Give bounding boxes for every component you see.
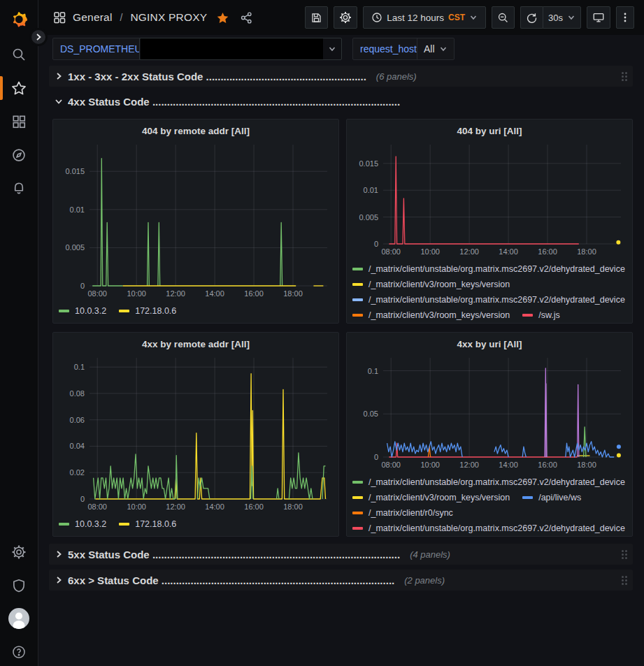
sidebar-item-search[interactable] (5, 41, 33, 68)
panel-title[interactable]: 4xx by uri [All] (352, 336, 627, 352)
grafana-logo[interactable] (5, 5, 33, 33)
legend-swatch (59, 523, 69, 526)
svg-text:08:00: 08:00 (87, 289, 107, 298)
row-title: 4xx Status Code ........................… (68, 96, 400, 108)
sidebar-item-alerting[interactable] (5, 175, 33, 203)
breadcrumb-folder[interactable]: General (73, 11, 113, 24)
shield-icon (11, 578, 27, 593)
svg-text:0.1: 0.1 (74, 363, 85, 371)
row-header-4xx[interactable]: 4xx Status Code ........................… (49, 92, 633, 110)
panel-title[interactable]: 404 by uri [All] (352, 123, 627, 139)
legend-item[interactable]: 10.0.3.2 (59, 303, 106, 319)
panel-4xx-by-uri: 4xx by uri [All] 08:0010:0012:0014:0016:… (346, 332, 633, 537)
timeseries-chart[interactable]: 08:0010:0012:0014:0016:0018:0000.050.1 (352, 352, 627, 472)
svg-text:16:00: 16:00 (244, 502, 264, 511)
time-range-picker[interactable]: Last 12 hours CST (363, 6, 486, 29)
svg-text:0.04: 0.04 (70, 442, 85, 450)
legend-item[interactable]: /_matrix/client/unstable/org.matrix.msc2… (352, 292, 625, 307)
legend-swatch (352, 268, 363, 270)
legend-item[interactable]: /_matrix/client/unstable/org.matrix.msc2… (352, 521, 625, 533)
variable-select-request-host[interactable]: All (417, 38, 455, 60)
legend-label: /_matrix/client/unstable/org.matrix.msc2… (368, 264, 625, 274)
panel-legend: 10.0.3.2172.18.0.6 (59, 303, 333, 319)
legend-item[interactable]: /_matrix/client/v3/room_keys/version (352, 490, 510, 505)
variable-select-ds-prometheus[interactable] (139, 38, 342, 60)
svg-text:0.02: 0.02 (70, 468, 85, 477)
favorite-star-icon[interactable] (216, 11, 229, 24)
legend-item[interactable]: 172.18.0.6 (119, 303, 176, 319)
panel-title[interactable]: 4xx by remote addr [All] (59, 336, 333, 352)
save-dashboard-button[interactable] (305, 6, 328, 29)
legend-item[interactable]: /_matrix/client/v3/room_keys/version (352, 307, 510, 320)
timeseries-chart[interactable]: 08:0010:0012:0014:0016:0018:0000.0050.01… (59, 139, 333, 301)
legend-item[interactable]: /_matrix/client/r0/sync (352, 505, 453, 521)
legend-label: /_matrix/client/unstable/org.matrix.msc2… (368, 523, 625, 533)
sidebar-expand-button[interactable] (29, 28, 48, 46)
legend-item[interactable]: /api/live/ws (522, 490, 581, 505)
kebab-menu-button[interactable] (616, 6, 634, 29)
legend-swatch (352, 298, 363, 301)
svg-text:0.1: 0.1 (368, 367, 378, 375)
timeseries-chart[interactable]: 08:0010:0012:0014:0016:0018:0000.020.040… (59, 352, 333, 514)
star-outline-icon (11, 80, 27, 96)
row-drag-handle[interactable] (622, 72, 627, 81)
chevron-down-icon (55, 97, 63, 106)
svg-text:12:00: 12:00 (166, 289, 185, 298)
search-icon (11, 47, 27, 62)
refresh-button[interactable] (520, 6, 543, 29)
legend-label: /_matrix/client/unstable/org.matrix.msc2… (368, 295, 625, 305)
sidebar-item-starred[interactable] (5, 74, 33, 102)
chevron-right-icon (55, 72, 63, 80)
row-header-6xx[interactable]: 6xx > Status Code ......................… (49, 570, 633, 591)
share-icon[interactable] (240, 11, 253, 24)
sidebar-item-explore[interactable] (5, 141, 33, 169)
row-header-5xx[interactable]: 5xx Status Code ........................… (49, 544, 633, 565)
svg-text:08:00: 08:00 (381, 461, 401, 469)
row-title: 5xx Status Code ........................… (68, 549, 400, 560)
time-range-label: Last 12 hours (387, 13, 444, 23)
legend-swatch (352, 314, 363, 317)
panel-404-by-remote-addr: 404 by remote addr [All] 08:0010:0012:00… (52, 119, 339, 324)
row-drag-handle[interactable] (622, 550, 627, 559)
top-navbar: General / NGINX PROXY Last 12 hours CST (0, 0, 644, 35)
row-panel-count: (2 panels) (404, 575, 445, 586)
row-header-1xx-3xx-2xx[interactable]: 1xx - 3xx - 2xx Status Code ............… (49, 66, 633, 87)
sidebar-item-help[interactable] (5, 638, 33, 666)
svg-text:14:00: 14:00 (499, 461, 518, 469)
avatar (8, 608, 29, 629)
svg-text:10:00: 10:00 (420, 247, 440, 256)
legend-swatch (522, 496, 533, 499)
variable-label-request-host: request_host (352, 38, 424, 60)
svg-text:0.015: 0.015 (65, 167, 85, 175)
svg-text:18:00: 18:00 (283, 289, 303, 298)
sidebar-item-configuration[interactable] (5, 538, 33, 566)
panel-title[interactable]: 404 by remote addr [All] (59, 123, 333, 139)
legend-label: /_matrix/client/v3/room_keys/version (368, 280, 510, 289)
panel-404-by-uri: 404 by uri [All] 08:0010:0012:0014:0016:… (346, 119, 633, 324)
svg-text:10:00: 10:00 (420, 461, 440, 469)
sidebar-item-dashboards[interactable] (5, 108, 33, 136)
legend-item[interactable]: /sw.js (522, 307, 560, 320)
timeseries-chart[interactable]: 08:0010:0012:0014:0016:0018:0000.0050.01… (352, 139, 627, 259)
refresh-interval-picker[interactable]: 30s (543, 6, 581, 29)
dashboard-settings-button[interactable] (334, 6, 357, 29)
gear-icon (11, 544, 27, 560)
magnifier-minus-icon (497, 12, 509, 24)
refresh-interval-label: 30s (548, 13, 563, 23)
legend-item[interactable]: 10.0.3.2 (59, 516, 106, 532)
sidebar-item-profile[interactable] (5, 605, 33, 632)
svg-text:14:00: 14:00 (205, 289, 224, 298)
legend-item[interactable]: /_matrix/client/unstable/org.matrix.msc2… (352, 475, 625, 490)
chevron-down-icon (439, 45, 448, 53)
zoom-out-time-button[interactable] (492, 6, 515, 29)
sidebar-item-server-admin[interactable] (5, 572, 33, 600)
row-drag-handle[interactable] (622, 576, 627, 585)
dashboard-title[interactable]: NGINX PROXY (130, 11, 207, 24)
legend-item[interactable]: /_matrix/client/v3/room_keys/version (352, 277, 510, 292)
legend-label: /api/live/ws (538, 493, 581, 502)
tv-mode-button[interactable] (587, 6, 610, 29)
legend-item[interactable]: 172.18.0.6 (119, 516, 176, 532)
legend-item[interactable]: /_matrix/client/unstable/org.matrix.msc2… (352, 261, 625, 277)
svg-text:10:00: 10:00 (127, 289, 146, 298)
bell-icon (11, 181, 27, 196)
